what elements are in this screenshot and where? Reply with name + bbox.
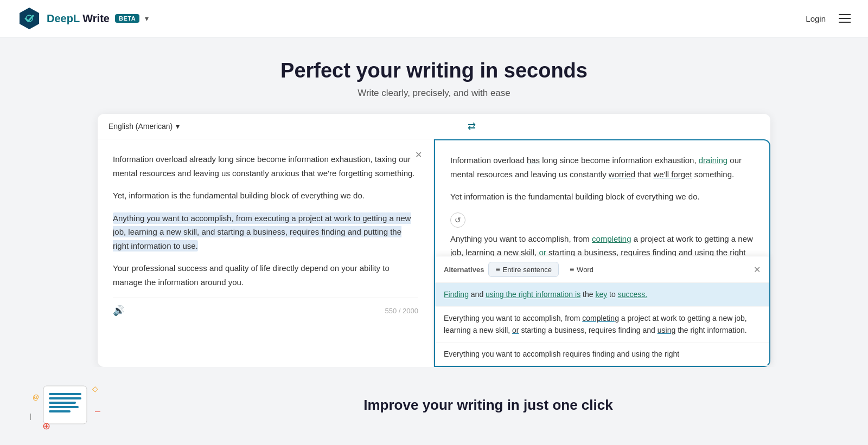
alternatives-popup: Alternatives ≡ Entire sentence ≡ Word ✕: [435, 256, 769, 366]
entire-sentence-icon: ≡: [495, 265, 500, 274]
input-paragraph-2: Yet, information is the fundamental buil…: [113, 189, 418, 203]
chevron-down-icon[interactable]: ▾: [145, 14, 149, 23]
hero-title: Perfect your writing in seconds: [9, 59, 859, 82]
entire-sentence-label: Entire sentence: [503, 266, 552, 274]
svg-marker-0: [20, 8, 39, 29]
tab-entire-sentence[interactable]: ≡ Entire sentence: [488, 262, 559, 277]
alternatives-list: Finding and using the right information …: [435, 283, 769, 366]
editor-container: English (American) ▾ ⇄ ✕ Information ove…: [87, 114, 781, 367]
beta-badge: BETA: [115, 14, 139, 23]
output-panel: Information overload has long since beco…: [434, 139, 770, 367]
svg-rect-7: [49, 410, 71, 412]
tab-word[interactable]: ≡ Word: [563, 262, 600, 276]
svg-text:—: —: [95, 408, 100, 414]
header-left: DeepL Write BETA ▾: [17, 7, 149, 30]
svg-rect-4: [49, 397, 81, 399]
swap-languages-icon[interactable]: ⇄: [468, 120, 476, 132]
changed-word-has[interactable]: has: [527, 156, 540, 165]
svg-rect-5: [49, 402, 76, 404]
bottom-cta: Improve your writing in just one click: [119, 397, 857, 414]
svg-rect-2: [43, 386, 87, 424]
input-paragraph-1: Information overload already long since …: [113, 152, 418, 180]
alt-phrase-using: using the right information is: [486, 290, 580, 299]
highlighted-text: Anything you want to accomplish, from ex…: [113, 212, 411, 251]
login-button[interactable]: Login: [806, 14, 826, 23]
alt2-or: or: [512, 326, 519, 334]
alternatives-title: Alternatives: [444, 266, 484, 274]
alt-word-key: key: [595, 290, 607, 299]
svg-text:|: |: [30, 412, 31, 420]
undo-container: ↺: [450, 212, 754, 232]
char-count: 550 / 2000: [385, 307, 418, 315]
editor-panels: ✕ Information overload already long sinc…: [98, 139, 770, 367]
word-icon: ≡: [570, 265, 574, 274]
changed-word-well-forget[interactable]: we'll forget: [653, 170, 692, 179]
changed-word-requires[interactable]: requires: [621, 248, 650, 257]
lang-chevron-icon: ▾: [176, 122, 180, 131]
hero-section: Perfect your writing in seconds Write cl…: [0, 37, 868, 114]
changed-word-or[interactable]: or: [539, 248, 546, 257]
alternatives-header: Alternatives ≡ Entire sentence ≡ Word ✕: [435, 256, 769, 283]
editor-card: English (American) ▾ ⇄ ✕ Information ove…: [98, 114, 770, 367]
editor-toolbar: English (American) ▾ ⇄: [98, 114, 770, 139]
language-selector[interactable]: English (American) ▾: [108, 122, 180, 131]
svg-rect-6: [49, 406, 79, 408]
illustration: ⊕ ◇ @ — |: [11, 378, 119, 432]
header-right: Login: [806, 14, 851, 23]
changed-word-using[interactable]: using: [694, 248, 714, 257]
hero-subtitle: Write clearly, precisely, and with ease: [9, 88, 859, 99]
alt-word-finding: Finding: [444, 290, 469, 299]
undo-button[interactable]: ↺: [450, 212, 465, 228]
hamburger-menu[interactable]: [839, 14, 851, 23]
input-paragraph-4: Your professional success and quality of…: [113, 261, 418, 289]
panel-footer: 🔊 550 / 2000: [113, 298, 418, 317]
text-to-speech-icon[interactable]: 🔊: [113, 305, 125, 317]
brand-name: DeepL Write: [47, 12, 110, 25]
output-paragraph-1: Information overload has long since beco…: [450, 153, 754, 181]
alternative-item-1[interactable]: Finding and using the right information …: [435, 283, 769, 306]
clear-input-button[interactable]: ✕: [412, 148, 425, 161]
language-label: English (American): [108, 122, 173, 131]
deepl-logo[interactable]: [17, 7, 41, 30]
changed-word-worried[interactable]: worried: [609, 170, 635, 179]
input-panel[interactable]: ✕ Information overload already long sinc…: [98, 139, 434, 367]
svg-text:@: @: [33, 394, 39, 401]
alternative-item-2[interactable]: Everything you want to accomplish, from …: [435, 307, 769, 343]
alt-word-success: success.: [618, 290, 647, 299]
word-label: Word: [577, 266, 593, 274]
output-paragraph-2: Yet information is the fundamental build…: [450, 190, 754, 204]
changed-word-completing[interactable]: completing: [592, 234, 631, 243]
svg-rect-3: [49, 393, 81, 395]
input-text[interactable]: Information overload already long since …: [113, 152, 418, 289]
alternative-item-3[interactable]: Everything you want to accomplish requir…: [435, 343, 769, 366]
close-alternatives-button[interactable]: ✕: [754, 265, 761, 275]
bottom-section: ⊕ ◇ @ — | Improve your writing in just o…: [0, 367, 868, 443]
header: DeepL Write BETA ▾ Login: [0, 0, 868, 37]
input-paragraph-3: Anything you want to accomplish, from ex…: [113, 211, 418, 253]
svg-text:◇: ◇: [92, 384, 98, 393]
alt2-completing: completing: [582, 314, 619, 323]
alt2-using: using: [658, 326, 675, 334]
changed-word-draining[interactable]: draining: [699, 156, 727, 165]
svg-text:⊕: ⊕: [42, 421, 50, 431]
